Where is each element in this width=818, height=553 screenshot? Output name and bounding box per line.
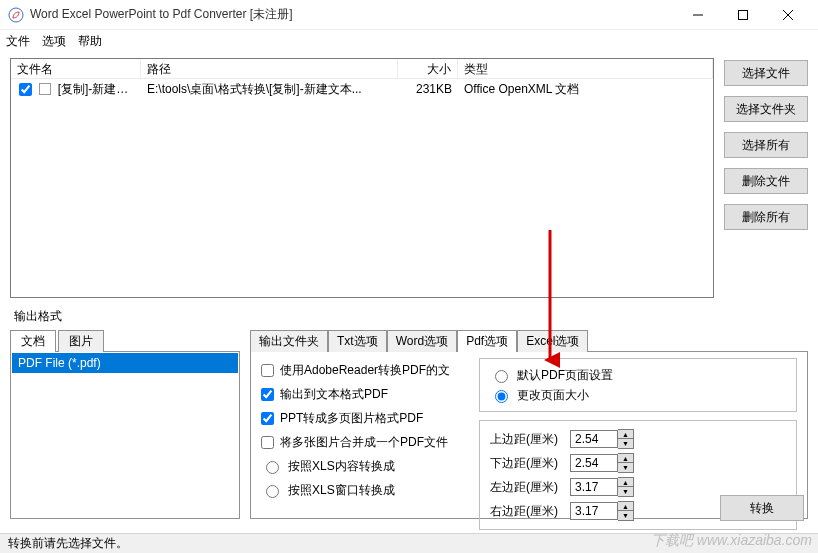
- add-file-button[interactable]: 选择文件: [724, 60, 808, 86]
- tab-output-folder[interactable]: 输出文件夹: [250, 330, 328, 352]
- format-pdf[interactable]: PDF File (*.pdf): [12, 353, 238, 373]
- spin-down-icon[interactable]: ▼: [618, 439, 633, 448]
- spin-up-icon[interactable]: ▲: [618, 430, 633, 439]
- tab-txt-options[interactable]: Txt选项: [328, 330, 387, 352]
- spin-up-icon[interactable]: ▲: [618, 454, 633, 463]
- minimize-button[interactable]: [675, 0, 720, 30]
- opt-use-adobe[interactable]: [261, 364, 274, 377]
- spin-up-icon[interactable]: ▲: [618, 478, 633, 487]
- window-title: Word Excel PowerPoint to Pdf Converter […: [30, 6, 675, 23]
- opt-xls-content[interactable]: [266, 461, 279, 474]
- spin-up-icon[interactable]: ▲: [618, 502, 633, 511]
- file-list[interactable]: 文件名 路径 大小 类型 [复制]-新建文本... E:\tools\桌面\格式…: [10, 58, 714, 298]
- radio-default-page[interactable]: [495, 370, 508, 383]
- tab-excel-options[interactable]: Excel选项: [517, 330, 588, 352]
- page-setting-group: 默认PDF页面设置 更改页面大小: [479, 358, 797, 412]
- file-row[interactable]: [复制]-新建文本... E:\tools\桌面\格式转换\[复制]-新建文本.…: [11, 79, 713, 99]
- col-name[interactable]: 文件名: [11, 59, 141, 78]
- tab-word-options[interactable]: Word选项: [387, 330, 457, 352]
- svg-rect-2: [738, 10, 747, 19]
- radio-change-page[interactable]: [495, 390, 508, 403]
- add-folder-button[interactable]: 选择文件夹: [724, 96, 808, 122]
- file-path: E:\tools\桌面\格式转换\[复制]-新建文本...: [141, 79, 398, 100]
- opt-out-text[interactable]: [261, 388, 274, 401]
- margin-left-label: 左边距(厘米): [490, 479, 564, 496]
- svg-point-0: [9, 8, 23, 22]
- tab-pdf-options[interactable]: Pdf选项: [457, 330, 517, 352]
- opt-ppt-multi[interactable]: [261, 412, 274, 425]
- col-path[interactable]: 路径: [141, 59, 398, 78]
- spin-down-icon[interactable]: ▼: [618, 487, 633, 496]
- close-button[interactable]: [765, 0, 810, 30]
- file-name: [复制]-新建文本...: [58, 82, 141, 96]
- status-text: 转换前请先选择文件。: [8, 535, 128, 552]
- margin-top-input[interactable]: [570, 430, 618, 448]
- radio-default-page-label: 默认PDF页面设置: [517, 367, 613, 384]
- menu-file[interactable]: 文件: [6, 33, 30, 50]
- margin-right-label: 右边距(厘米): [490, 503, 564, 520]
- file-list-header: 文件名 路径 大小 类型: [11, 59, 713, 79]
- tab-document[interactable]: 文档: [10, 330, 56, 352]
- opt-xls-content-label: 按照XLS内容转换成: [288, 458, 395, 475]
- spin-down-icon[interactable]: ▼: [618, 511, 633, 520]
- opt-ppt-multi-label: PPT转成多页图片格式PDF: [280, 410, 423, 427]
- col-type[interactable]: 类型: [458, 59, 713, 78]
- output-format-label: 输出格式: [14, 308, 808, 325]
- radio-change-page-label: 更改页面大小: [517, 387, 589, 404]
- margin-right-input[interactable]: [570, 502, 618, 520]
- margin-bottom-input[interactable]: [570, 454, 618, 472]
- convert-button[interactable]: 转换: [720, 495, 804, 521]
- format-list[interactable]: PDF File (*.pdf): [10, 351, 240, 519]
- file-type: Office OpenXML 文档: [458, 79, 713, 100]
- file-icon: [39, 83, 51, 95]
- spin-down-icon[interactable]: ▼: [618, 463, 633, 472]
- opt-use-adobe-label: 使用AdobeReader转换PDF的文: [280, 362, 450, 379]
- margin-left-input[interactable]: [570, 478, 618, 496]
- opt-merge-imgs[interactable]: [261, 436, 274, 449]
- app-icon: [8, 7, 24, 23]
- select-all-button[interactable]: 选择所有: [724, 132, 808, 158]
- opt-xls-window-label: 按照XLS窗口转换成: [288, 482, 395, 499]
- maximize-button[interactable]: [720, 0, 765, 30]
- margin-top-label: 上边距(厘米): [490, 431, 564, 448]
- status-bar: 转换前请先选择文件。: [0, 533, 818, 553]
- opt-xls-window[interactable]: [266, 485, 279, 498]
- menu-options[interactable]: 选项: [42, 33, 66, 50]
- menu-help[interactable]: 帮助: [78, 33, 102, 50]
- col-size[interactable]: 大小: [398, 59, 458, 78]
- menu-bar: 文件 选项 帮助: [0, 30, 818, 52]
- margin-bottom-label: 下边距(厘米): [490, 455, 564, 472]
- title-bar: Word Excel PowerPoint to Pdf Converter […: [0, 0, 818, 30]
- opt-merge-imgs-label: 将多张图片合并成一个PDF文件: [280, 434, 448, 451]
- file-checkbox[interactable]: [19, 83, 32, 96]
- tab-picture[interactable]: 图片: [58, 330, 104, 352]
- pdf-options-panel: 使用AdobeReader转换PDF的文 输出到文本格式PDF PPT转成多页图…: [250, 351, 808, 519]
- delete-file-button[interactable]: 删除文件: [724, 168, 808, 194]
- opt-out-text-label: 输出到文本格式PDF: [280, 386, 388, 403]
- file-size: 231KB: [398, 80, 458, 98]
- delete-all-button[interactable]: 删除所有: [724, 204, 808, 230]
